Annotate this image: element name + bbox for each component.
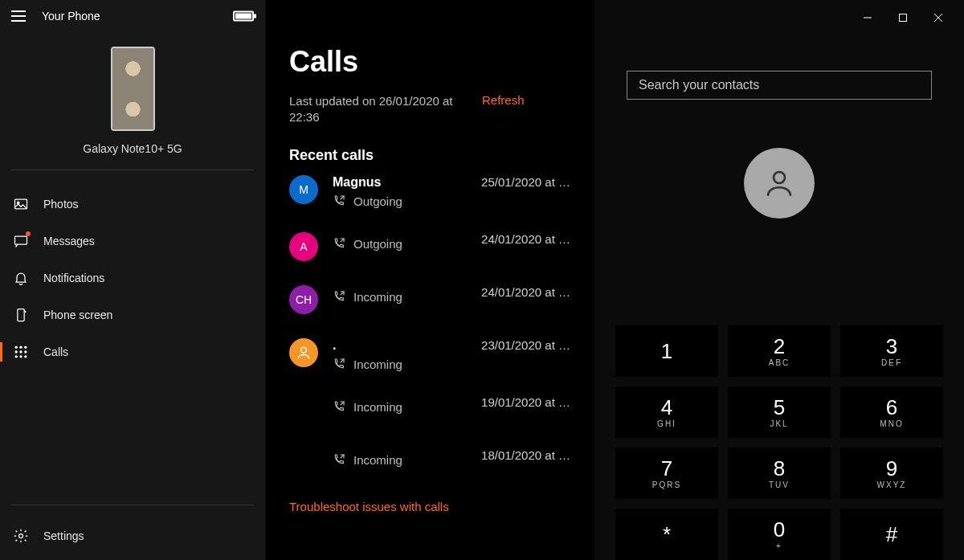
divider <box>11 170 254 170</box>
dialpad-key-5[interactable]: 5JKL <box>728 386 831 438</box>
sidebar-item-label: Photos <box>43 198 79 211</box>
refresh-link[interactable]: Refresh <box>482 93 525 126</box>
dialpad-digit: # <box>886 524 897 545</box>
sidebar: Your Phone Galaxy Note10+ 5G Photos Mess… <box>0 0 265 560</box>
calls-panel: Calls Last updated on 26/01/2020 at 22:3… <box>265 0 594 560</box>
call-list-item[interactable]: MMagnusOutgoing25/01/2020 at … <box>289 175 570 208</box>
call-contact-name: . <box>333 338 481 353</box>
call-list-item[interactable]: CHIncoming24/01/2020 at … <box>289 285 570 314</box>
window-maximize-icon[interactable] <box>885 6 921 29</box>
call-info: .Incoming <box>333 338 481 371</box>
dialpad-letters: JKL <box>770 419 788 428</box>
sidebar-item-photos[interactable]: Photos <box>0 188 265 220</box>
sidebar-item-phone-screen[interactable]: Phone screen <box>0 299 265 331</box>
dialpad-key-1[interactable]: 1 <box>615 325 718 377</box>
search-placeholder: Search your contacts <box>639 78 759 92</box>
device-preview: Galaxy Note10+ 5G <box>0 47 265 155</box>
svg-rect-3 <box>18 309 24 321</box>
dialpad-key-0[interactable]: 0+ <box>728 509 831 560</box>
call-info: Incoming <box>333 395 481 414</box>
sidebar-item-label: Messages <box>43 235 95 247</box>
window-minimize-icon[interactable] <box>850 6 885 29</box>
call-timestamp: 24/01/2020 at … <box>481 232 570 246</box>
dialpad-digit: 1 <box>661 341 672 362</box>
dialpad-letters: GHI <box>657 419 676 428</box>
photos-icon <box>13 196 29 212</box>
dialpad-digit: 9 <box>886 458 897 479</box>
call-info: Incoming <box>333 285 481 304</box>
contact-avatar-icon <box>744 148 815 219</box>
svg-rect-2 <box>15 236 27 244</box>
sidebar-item-messages[interactable]: Messages <box>0 225 265 257</box>
call-direction-label: Incoming <box>353 453 402 467</box>
sidebar-item-settings[interactable]: Settings <box>0 520 265 552</box>
dialpad-key-2[interactable]: 2ABC <box>728 325 831 377</box>
sidebar-item-notifications[interactable]: Notifications <box>0 262 265 294</box>
dialpad-letters: PQRS <box>652 480 681 489</box>
window-controls <box>850 6 956 29</box>
dialpad-digit: 3 <box>886 336 897 357</box>
dialpad-digit: 7 <box>661 458 672 479</box>
svg-point-8 <box>19 350 22 353</box>
last-updated-row: Last updated on 26/01/2020 at 22:36 Refr… <box>289 93 570 126</box>
dialpad-key-8[interactable]: 8TUV <box>728 448 831 499</box>
call-avatar <box>289 338 318 367</box>
call-list-item[interactable]: .Incoming23/01/2020 at … <box>289 338 570 371</box>
call-direction-label: Outgoing <box>353 237 402 251</box>
device-name: Galaxy Note10+ 5G <box>83 142 182 155</box>
call-list-item[interactable]: Incoming18/01/2020 at … <box>289 448 570 477</box>
dialpad-digit: 8 <box>774 458 785 479</box>
call-timestamp: 23/01/2020 at … <box>481 338 570 352</box>
call-direction: Incoming <box>333 358 481 371</box>
dialpad-key-4[interactable]: 4GHI <box>615 386 718 438</box>
battery-full-icon <box>233 11 254 22</box>
call-list-item[interactable]: Incoming19/01/2020 at … <box>289 395 570 424</box>
dialpad-letters: + <box>776 542 782 550</box>
call-direction: Incoming <box>333 400 481 414</box>
menu-icon[interactable] <box>11 10 26 22</box>
svg-point-19 <box>774 172 785 183</box>
svg-point-7 <box>15 350 18 353</box>
device-thumbnail <box>111 47 155 131</box>
call-direction-label: Incoming <box>353 400 402 414</box>
badge-dot <box>26 231 31 236</box>
call-direction-label: Incoming <box>353 358 402 371</box>
sidebar-item-calls[interactable]: Calls <box>0 336 265 368</box>
sidebar-item-label: Notifications <box>43 272 104 284</box>
call-direction-label: Outgoing <box>353 194 402 208</box>
incoming-call-icon <box>333 400 345 413</box>
incoming-call-icon <box>333 290 345 303</box>
messages-icon <box>13 233 29 249</box>
app-root: Your Phone Galaxy Note10+ 5G Photos Mess… <box>0 0 964 560</box>
dialpad-letters: WXYZ <box>877 480 907 489</box>
troubleshoot-link[interactable]: Troubleshoot issues with calls <box>289 500 570 513</box>
dialpad-digit: 2 <box>774 336 785 357</box>
dial-pad: 12ABC3DEF4GHI5JKL6MNO7PQRS8TUV9WXYZ*0+# <box>594 325 964 560</box>
dialpad-key-#[interactable]: # <box>840 509 943 560</box>
dialpad-digit: 4 <box>661 397 672 418</box>
incoming-call-icon <box>333 453 345 466</box>
search-input[interactable]: Search your contacts <box>627 71 932 100</box>
dialpad-key-6[interactable]: 6MNO <box>840 386 943 438</box>
call-direction: Incoming <box>333 290 481 304</box>
outgoing-call-icon <box>333 237 345 250</box>
window-close-icon[interactable] <box>921 6 956 29</box>
gear-icon <box>13 528 29 544</box>
dialpad-key-3[interactable]: 3DEF <box>840 325 943 377</box>
dialpad-key-*[interactable]: * <box>615 509 718 560</box>
sidebar-item-label: Calls <box>43 345 68 358</box>
recent-calls-list: MMagnusOutgoing25/01/2020 at …AOutgoing2… <box>289 175 570 477</box>
call-timestamp: 25/01/2020 at … <box>481 175 570 189</box>
svg-point-11 <box>19 355 22 358</box>
page-title: Calls <box>289 45 570 79</box>
dialpad-letters: MNO <box>880 419 903 428</box>
call-direction: Outgoing <box>333 194 481 208</box>
outgoing-call-icon <box>333 194 345 207</box>
call-timestamp: 18/01/2020 at … <box>481 448 570 462</box>
dialpad-key-7[interactable]: 7PQRS <box>615 448 718 499</box>
call-list-item[interactable]: AOutgoing24/01/2020 at … <box>289 232 570 261</box>
svg-point-12 <box>24 355 27 358</box>
svg-point-4 <box>15 346 18 349</box>
dialpad-key-9[interactable]: 9WXYZ <box>840 448 943 499</box>
notifications-icon <box>13 270 29 286</box>
